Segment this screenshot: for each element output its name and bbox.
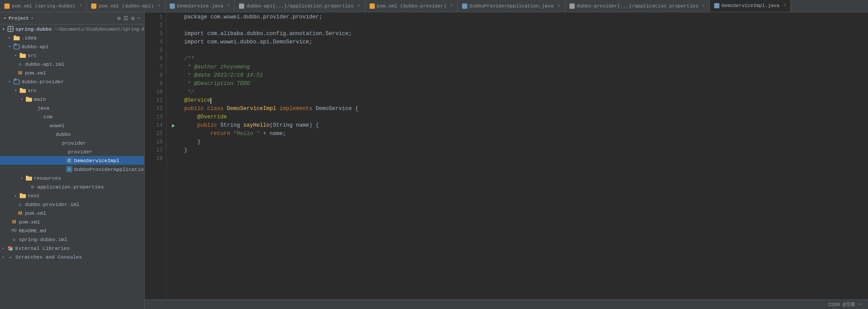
token-12-4: DemoService [316,105,352,113]
tab-close-DemoServiceImpl-java[interactable]: × [783,3,786,8]
token-15-2: "Hello " [234,130,263,138]
token-8-1: @date [194,71,211,80]
sidebar-item-pom-root[interactable]: Mpom.xml [0,217,144,226]
line-num-15: 15 [152,130,163,138]
tab-close-dubbo-provider-app-props[interactable]: × [702,4,705,8]
gear-icon[interactable]: ⚙ [131,15,135,22]
tree-icon-spring-dubbo-iml: ◇ [11,236,18,243]
tree-label-external-libraries: External Libraries [15,245,70,251]
tab-pom-dubbo-provider[interactable]: pom.xml (dubbo-provider)× [365,0,458,12]
tree-label-provider-inner-pkg: provider [68,149,92,155]
tree-icon-dubbo [47,131,54,138]
tree-icon-external-libraries: 📚 [7,245,14,252]
code-line-7: * @author zhuyumeng [184,63,868,71]
tree-label-spring-dubbo-root: spring-dubbo ~/Documents/StudyDocument/s… [15,26,145,32]
tab-DubboProviderApplication-java[interactable]: DubboProviderApplication.java× [458,0,565,12]
tab-close-pom-spring-dubbo[interactable]: × [79,4,82,8]
sidebar-item-DemoServiceImpl[interactable]: CDemoServiceImpl [0,156,144,165]
code-line-1: package com.wuwei.dubbo.provider.provide… [184,13,868,21]
token-15-0 [184,130,210,138]
svg-rect-15 [26,177,32,181]
tab-close-pom-dubbo-api[interactable]: × [158,4,160,8]
tree-icon-idea [13,34,20,41]
tab-pom-spring-dubbo[interactable]: pom.xml (spring-dubbo)× [0,0,87,12]
arrow-src-dubbo-provider: ▾ [12,88,19,93]
tree-icon-readme: MD [11,227,18,234]
gutter-2 [167,21,180,30]
status-bar: CSDN @无唯 ~ [145,299,868,309]
editor-area: 123456789101112131415161718 package com.… [145,12,868,309]
token-15-3: + name; [263,130,286,138]
token-4-1: DemoService [273,38,309,46]
arrow-resources: ▸ [18,176,25,181]
sidebar-item-resources[interactable]: ▸resources [0,174,144,182]
sidebar-item-spring-dubbo-iml[interactable]: ◇spring-dubbo.iml [0,235,144,244]
code-content[interactable]: package com.wuwei.dubbo.provider.provide… [180,12,868,299]
sidebar-item-provider-inner-pkg[interactable]: provider [0,147,144,156]
gutter-6 [167,55,180,63]
sidebar-item-dubbo-provider-iml[interactable]: ◇dubbo-provider.iml [0,200,144,209]
tab-close-pom-dubbo-provider[interactable]: × [450,4,453,8]
sidebar-item-idea[interactable]: ▸.idea [0,33,144,42]
token-4-2: ; [309,38,313,46]
gutter-14[interactable] [167,121,180,130]
sidebar-item-application-props[interactable]: ⚙application.properties [0,182,144,191]
tab-pom-dubbo-api[interactable]: pom.xml (dubbo-api)× [87,0,165,12]
sidebar-item-provider-pkg[interactable]: provider [0,139,144,147]
token-14-2: String [221,121,244,130]
tab-close-DubboProviderApplication-java[interactable]: × [557,4,560,8]
sidebar-item-pom-dubbo-provider-file[interactable]: Mpom.xml [0,209,144,217]
token-16-0: } [184,138,201,146]
sidebar-item-java[interactable]: java [0,103,144,112]
tab-DemoServiceImpl-java[interactable]: DemoServiceImpl.java× [710,0,791,12]
tree-label-spring-dubbo-iml: spring-dubbo.iml [19,237,67,242]
tree-label-resources: resources [34,175,61,181]
sidebar-item-DubboProviderApplication[interactable]: ADubboProviderApplication [0,165,144,174]
sidebar-item-scratches[interactable]: ▸✏Scratches and Consoles [0,252,144,261]
sidebar-item-src-dubbo-api[interactable]: ▸src [0,51,144,60]
sidebar-item-readme[interactable]: MDREADME.md [0,226,144,235]
tree-label-pom-dubbo-provider-file: pom.xml [25,210,46,216]
svg-rect-14 [26,97,28,98]
token-8-0: * [184,71,194,80]
sidebar-item-dubbo-api-iml[interactable]: ◇dubbo-api.iml [0,60,144,68]
layout-icon[interactable]: ☰ [123,15,128,22]
code-editor[interactable]: 123456789101112131415161718 package com.… [145,12,868,299]
line-num-6: 6 [152,55,163,63]
tab-dubbo-api-app-props[interactable]: dubbo-api{...}/application.properties× [235,0,365,12]
sidebar-item-main[interactable]: ▾main [0,95,144,103]
tab-icon-dubbo-provider-app-props [569,4,575,9]
code-line-14: public String sayHello(String name) { [184,121,868,130]
tree-label-dubbo-api: dubbo-api [21,44,49,50]
token-7-1: @author [194,63,217,71]
sidebar-item-src-dubbo-provider[interactable]: ▾src [0,86,144,95]
sidebar-item-dubbo[interactable]: dubbo [0,130,144,139]
gutter-3 [167,30,180,38]
tab-close-dubbo-api-app-props[interactable]: × [358,4,360,8]
tab-DemoService-java[interactable]: DemoService.java× [165,0,235,12]
token-15-1: return [210,130,234,138]
dropdown-icon: ▾ [31,16,33,21]
code-line-10: */ [184,88,868,96]
sidebar-item-dubbo-provider[interactable]: ▾dubbo-provider [0,77,144,86]
tree-label-pom-dubbo-api-file: pom.xml [25,70,46,76]
sidebar-item-pom-dubbo-api-file[interactable]: Mpom.xml [0,68,144,77]
sidebar-item-dubbo-api[interactable]: ▾dubbo-api [0,42,144,51]
tab-close-DemoService-java[interactable]: × [227,4,230,8]
tab-dubbo-provider-app-props[interactable]: dubbo-provider{...}/application.properti… [565,0,710,12]
sidebar-item-test[interactable]: ▸test [0,191,144,200]
token-14-4: (String name) { [270,121,319,130]
tab-label-dubbo-api-app-props: dubbo-api{...}/application.properties [246,4,353,9]
sidebar-header-icons: ⚙ ☰ ⚙ ─ [117,15,141,22]
cursor [210,98,211,104]
sidebar-item-spring-dubbo-root[interactable]: ▾spring-dubbo ~/Documents/StudyDocument/… [0,25,144,33]
gutter-12 [167,105,180,113]
minimize-icon[interactable]: ─ [137,15,141,21]
settings-icon[interactable]: ⚙ [117,15,121,22]
sidebar-item-external-libraries[interactable]: ▸📚External Libraries [0,244,144,252]
tree-icon-application-props: ⚙ [29,183,36,190]
sidebar-item-wuwei[interactable]: wuwei [0,121,144,130]
token-3-2: ; [349,30,352,38]
sidebar-item-com[interactable]: com [0,112,144,121]
tab-bar: pom.xml (spring-dubbo)×pom.xml (dubbo-ap… [0,0,868,12]
